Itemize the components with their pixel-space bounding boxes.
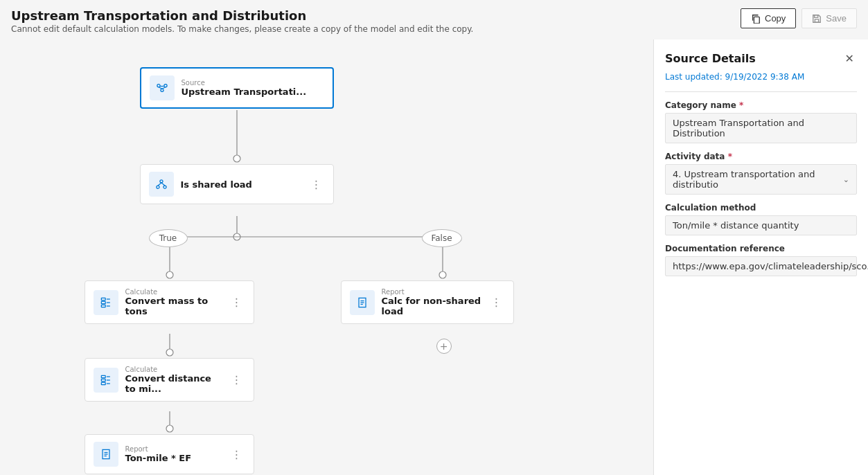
- ton-mile-menu[interactable]: ⋮: [229, 448, 245, 461]
- convert-distance-text: Calculate Convert distance to mi...: [125, 366, 222, 394]
- convert-distance-menu[interactable]: ⋮: [229, 373, 245, 386]
- svg-rect-39: [101, 382, 105, 384]
- convert-distance-icon: [94, 368, 118, 393]
- svg-point-15: [166, 425, 173, 432]
- svg-rect-2: [815, 15, 818, 17]
- shared-load-menu[interactable]: ⋮: [308, 178, 325, 191]
- non-shared-menu[interactable]: ⋮: [488, 296, 505, 309]
- svg-point-10: [166, 271, 173, 278]
- activity-data-select[interactable]: 4. Upstream transportation and distribut…: [665, 164, 857, 195]
- svg-line-22: [162, 87, 166, 89]
- close-icon[interactable]: ✕: [842, 51, 857, 66]
- shared-load-icon: [149, 172, 174, 197]
- svg-rect-28: [101, 298, 105, 300]
- convert-mass-menu[interactable]: ⋮: [229, 296, 245, 309]
- source-icon: [150, 75, 175, 100]
- svg-point-23: [159, 180, 162, 183]
- panel-header: Source Details ✕: [665, 51, 857, 66]
- convert-distance-node[interactable]: Calculate Convert distance to mi... ⋮: [85, 358, 254, 402]
- panel-last-updated: Last updated: 9/19/2022 9:38 AM: [665, 72, 857, 82]
- flow-canvas[interactable]: Source Upstream Transportati... Is share…: [0, 39, 653, 475]
- svg-point-4: [233, 155, 240, 162]
- svg-rect-37: [101, 375, 105, 377]
- false-branch: False: [422, 229, 462, 247]
- svg-rect-38: [101, 379, 105, 381]
- svg-point-17: [157, 84, 159, 87]
- panel-divider-1: [665, 91, 857, 92]
- source-node[interactable]: Source Upstream Transportati...: [140, 67, 334, 109]
- ton-mile-node[interactable]: Report Ton-mile * EF ⋮: [85, 434, 254, 474]
- doc-ref-label: Documentation reference: [665, 244, 857, 253]
- page-title: Upstream Transportation and Distribution: [11, 8, 857, 23]
- non-shared-plus-btn[interactable]: +: [436, 339, 452, 354]
- convert-mass-node[interactable]: Calculate Convert mass to tons ⋮: [85, 280, 254, 324]
- activity-data-label: Activity data *: [665, 152, 857, 161]
- convert-mass-icon: [94, 290, 118, 315]
- svg-point-18: [163, 84, 166, 87]
- shared-load-node[interactable]: Is shared load ⋮: [140, 164, 334, 204]
- page-subtitle: Cannot edit default calculation models. …: [11, 24, 857, 34]
- calc-method-label: Calculation method: [665, 203, 857, 213]
- non-shared-text: Report Calc for non-shared load: [382, 288, 481, 316]
- flow-diagram: Source Upstream Transportati... Is share…: [15, 39, 639, 475]
- category-name-value: Upstream Transportation and Distribution: [665, 113, 857, 143]
- ton-mile-text: Report Ton-mile * EF: [125, 445, 192, 463]
- svg-point-6: [233, 233, 240, 240]
- svg-point-24: [156, 186, 159, 188]
- svg-point-11: [439, 271, 446, 278]
- doc-ref-value: https://www.epa.gov/climateleadership/sc…: [665, 256, 857, 276]
- non-shared-node[interactable]: Report Calc for non-shared load ⋮: [341, 280, 514, 324]
- save-icon: [812, 14, 822, 24]
- save-button[interactable]: Save: [801, 8, 857, 28]
- svg-point-13: [166, 349, 173, 356]
- svg-point-25: [163, 186, 166, 188]
- svg-rect-29: [101, 301, 105, 303]
- calc-method-value: Ton/mile * distance quantity: [665, 215, 857, 235]
- svg-line-26: [158, 183, 161, 186]
- toolbar: Copy Save: [741, 8, 857, 28]
- right-panel: Source Details ✕ Last updated: 9/19/2022…: [653, 39, 868, 475]
- panel-title: Source Details: [665, 52, 756, 65]
- main-content: Source Upstream Transportati... Is share…: [0, 39, 868, 475]
- non-shared-icon: [350, 290, 375, 315]
- true-branch: True: [149, 229, 188, 247]
- copy-button[interactable]: Copy: [741, 8, 796, 28]
- category-name-label: Category name *: [665, 100, 857, 110]
- svg-rect-30: [101, 305, 105, 307]
- page-header: Upstream Transportation and Distribution…: [0, 0, 868, 39]
- copy-icon: [751, 14, 761, 24]
- svg-point-19: [160, 89, 163, 91]
- convert-mass-text: Calculate Convert mass to tons: [125, 288, 222, 316]
- chevron-down-icon: ⌄: [843, 175, 849, 184]
- svg-line-21: [159, 87, 162, 89]
- ton-mile-icon: [94, 442, 118, 467]
- source-node-text: Source Upstream Transportati...: [181, 79, 307, 97]
- svg-rect-1: [815, 19, 819, 21]
- svg-line-27: [161, 183, 165, 186]
- svg-rect-0: [754, 17, 759, 24]
